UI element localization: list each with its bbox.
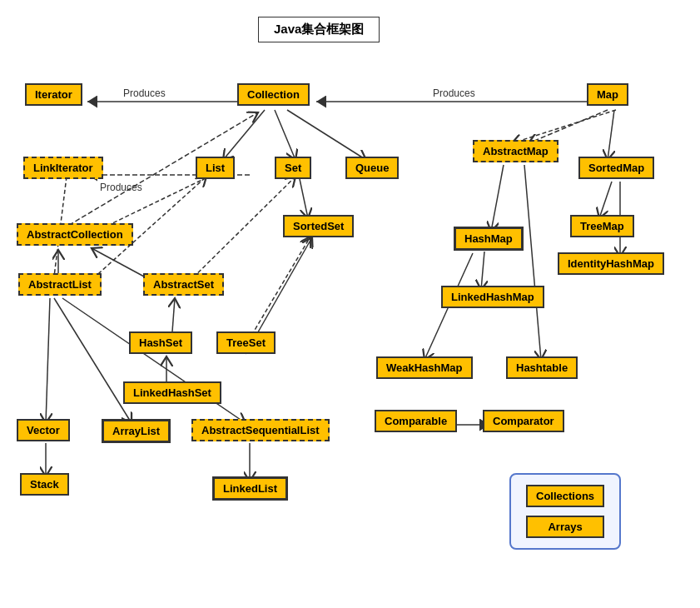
svg-line-26: [599, 182, 612, 218]
svg-line-21: [62, 298, 246, 423]
node-set: Set: [275, 157, 311, 179]
svg-line-3: [275, 110, 295, 160]
node-abstractsequentiallist: AbstractSequentialList: [191, 419, 330, 441]
svg-line-5: [529, 110, 608, 143]
svg-line-24: [512, 110, 616, 143]
label-produces-3: Produces: [100, 182, 142, 193]
node-sortedset: SortedSet: [283, 215, 354, 237]
svg-line-25: [491, 165, 504, 232]
legend-box: Collections Arrays: [509, 473, 621, 550]
node-abstractset: AbstractSet: [143, 273, 224, 296]
svg-line-10: [300, 179, 308, 218]
node-queue: Queue: [345, 157, 399, 179]
node-collection: Collection: [237, 83, 310, 106]
node-identityhashmap: IdentityHashMap: [558, 252, 664, 275]
node-weakhashmap: WeakHashMap: [376, 356, 473, 379]
diagram: Java集合框架图: [0, 0, 700, 608]
node-map: Map: [587, 83, 628, 106]
node-hashset: HashSet: [129, 331, 192, 354]
label-produces-1: Produces: [123, 87, 166, 99]
node-abstractcollection: AbstractCollection: [17, 223, 133, 246]
svg-line-28: [481, 252, 484, 290]
node-list: List: [196, 157, 235, 179]
node-linkedlist: LinkedList: [212, 476, 288, 501]
node-abstractmap: AbstractMap: [473, 140, 559, 162]
svg-line-30: [524, 165, 541, 360]
diagram-title: Java集合框架图: [258, 17, 380, 42]
node-stack: Stack: [20, 473, 69, 496]
legend-arrays: Arrays: [526, 516, 604, 538]
node-abstractlist: AbstractList: [18, 273, 102, 296]
node-comparator: Comparator: [483, 410, 564, 432]
node-linkedhashset: LinkedHashSet: [123, 381, 221, 404]
node-hashtable: Hashtable: [506, 356, 578, 379]
svg-line-4: [287, 110, 366, 160]
svg-line-20: [54, 298, 132, 423]
node-linkedhashmap: LinkedHashMap: [441, 286, 544, 308]
svg-line-6: [608, 110, 614, 160]
node-comparable: Comparable: [375, 410, 457, 432]
svg-line-2: [223, 110, 265, 160]
node-iterator: Iterator: [25, 83, 82, 106]
svg-line-19: [46, 298, 50, 423]
label-produces-2: Produces: [433, 87, 475, 99]
node-treemap: TreeMap: [570, 215, 634, 237]
node-treeset: TreeSet: [216, 331, 276, 354]
node-arraylist: ArrayList: [102, 419, 171, 443]
node-linkiterator: LinkIterator: [23, 157, 103, 179]
node-hashmap: HashMap: [454, 227, 524, 251]
node-sortedmap: SortedMap: [578, 157, 654, 179]
legend-collections: Collections: [526, 485, 604, 507]
node-vector: Vector: [17, 419, 70, 441]
